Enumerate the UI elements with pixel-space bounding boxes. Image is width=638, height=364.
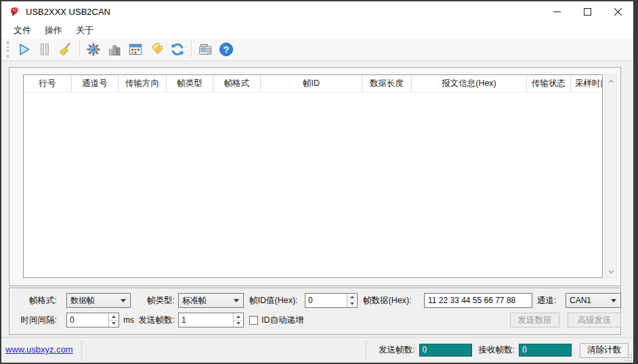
menu-operation[interactable]: 操作 bbox=[38, 22, 69, 39]
column-header-transfer-status[interactable]: 传输状态 bbox=[527, 75, 571, 92]
clear-broom-icon bbox=[58, 41, 74, 58]
column-header-sample-time[interactable]: 采样时间 bbox=[571, 75, 602, 92]
interval-unit: ms bbox=[123, 313, 134, 327]
menu-file[interactable]: 文件 bbox=[7, 22, 38, 39]
spin-up-button[interactable] bbox=[347, 294, 357, 300]
window-title: USB2XXX USB2CAN bbox=[26, 7, 110, 17]
help-icon: ? bbox=[218, 41, 234, 58]
app-window: USB2XXX USB2CAN 文件 操作 关于 bbox=[0, 0, 638, 364]
frame-type-select[interactable]: 标准帧 bbox=[178, 293, 244, 308]
frame-id-spinbox[interactable] bbox=[305, 293, 358, 308]
interval-spinbox[interactable] bbox=[66, 313, 119, 327]
frame-data-label: 帧数据(Hex): bbox=[363, 293, 421, 308]
spin-down-button[interactable] bbox=[234, 320, 243, 327]
send-count-spinbox[interactable] bbox=[178, 313, 244, 327]
id-auto-increment-label: ID自动递增 bbox=[261, 315, 304, 326]
column-header-frame-type[interactable]: 帧类型 bbox=[167, 75, 213, 92]
column-header-direction[interactable]: 传输方向 bbox=[119, 75, 167, 92]
title-bar: USB2XXX USB2CAN bbox=[1, 1, 633, 22]
minimize-button[interactable] bbox=[542, 1, 572, 22]
column-header-frame-id[interactable]: 帧ID bbox=[261, 75, 362, 92]
chevron-down-icon bbox=[234, 299, 239, 302]
frame-id-input[interactable] bbox=[305, 294, 347, 307]
clear-count-button[interactable]: 清除计数 bbox=[580, 343, 629, 358]
frame-id-label: 帧ID值(Hex): bbox=[249, 293, 305, 308]
received-frames-counter: 0 bbox=[519, 344, 572, 357]
frame-type-value: 标准帧 bbox=[179, 295, 234, 306]
spin-down-button[interactable] bbox=[347, 300, 357, 308]
send-control-panel: 帧格式: 数据帧 帧类型: 标准帧 帧ID值(Hex): 帧数据(Hex): 通… bbox=[9, 288, 621, 335]
refresh-button[interactable] bbox=[168, 40, 187, 59]
sent-frames-label: 发送帧数: bbox=[379, 344, 414, 356]
column-header-row-no[interactable]: 行号 bbox=[24, 75, 72, 92]
statusbar-separator bbox=[366, 340, 366, 361]
refresh-icon bbox=[169, 41, 186, 58]
clear-button[interactable] bbox=[56, 40, 75, 59]
menu-bar: 文件 操作 关于 bbox=[1, 22, 633, 39]
spin-up-button[interactable] bbox=[109, 313, 119, 320]
settings-gear-icon bbox=[85, 41, 102, 58]
triangle-up-icon bbox=[236, 315, 240, 318]
spin-down-button[interactable] bbox=[109, 320, 119, 327]
toolbar-separator bbox=[79, 41, 80, 58]
vertical-scrollbar[interactable] bbox=[605, 74, 617, 278]
frame-list-panel: 行号 通道号 传输方向 帧类型 帧格式 帧ID 数据长度 报文信息(Hex) 传… bbox=[9, 67, 621, 286]
settings-button[interactable] bbox=[84, 40, 103, 59]
triangle-up-icon bbox=[350, 296, 354, 298]
checkbox-box[interactable] bbox=[249, 316, 258, 325]
triangle-up-icon bbox=[112, 315, 116, 318]
filter-tags-button[interactable] bbox=[147, 40, 166, 59]
toolbar-gripper bbox=[7, 41, 9, 58]
column-header-message-hex[interactable]: 报文信息(Hex) bbox=[412, 75, 527, 92]
statistics-button[interactable] bbox=[105, 40, 124, 59]
chevron-up-icon bbox=[608, 79, 614, 83]
send-data-button[interactable]: 发送数据 bbox=[510, 313, 559, 327]
device-fax-icon bbox=[197, 41, 213, 58]
frame-data-input[interactable] bbox=[424, 293, 532, 308]
channel-label: 通道: bbox=[537, 293, 563, 308]
menu-about[interactable]: 关于 bbox=[69, 22, 100, 39]
column-header-data-length[interactable]: 数据长度 bbox=[362, 75, 412, 92]
advanced-send-button[interactable]: 高级发送 bbox=[568, 313, 621, 327]
chevron-down-icon bbox=[608, 270, 614, 274]
start-button[interactable] bbox=[14, 40, 33, 59]
frame-format-value: 数据帧 bbox=[67, 295, 121, 306]
chevron-down-icon bbox=[611, 299, 616, 302]
send-count-label: 发送帧数: bbox=[135, 313, 175, 327]
scroll-up-button[interactable] bbox=[605, 75, 616, 87]
sent-frames-counter: 0 bbox=[419, 344, 472, 357]
toolbar: ? bbox=[1, 39, 633, 61]
id-auto-increment-checkbox[interactable]: ID自动递增 bbox=[249, 313, 304, 327]
close-button[interactable] bbox=[603, 1, 633, 22]
column-header-channel[interactable]: 通道号 bbox=[72, 75, 119, 92]
table-header-row: 行号 通道号 传输方向 帧类型 帧格式 帧ID 数据长度 报文信息(Hex) 传… bbox=[24, 75, 602, 93]
channel-value: CAN1 bbox=[566, 296, 611, 305]
help-button[interactable]: ? bbox=[217, 40, 236, 59]
statusbar-separator bbox=[81, 340, 82, 361]
frame-format-label: 帧格式: bbox=[15, 293, 57, 308]
pause-icon bbox=[37, 41, 53, 58]
pause-button[interactable] bbox=[35, 40, 54, 59]
column-header-frame-format[interactable]: 帧格式 bbox=[213, 75, 261, 92]
frame-type-label: 帧类型: bbox=[137, 293, 175, 308]
send-count-input[interactable] bbox=[179, 313, 233, 327]
chevron-down-icon bbox=[121, 299, 126, 302]
filter-tags-icon bbox=[148, 41, 165, 58]
website-link[interactable]: www.usbxyz.com bbox=[5, 344, 73, 355]
channel-select[interactable]: CAN1 bbox=[566, 293, 621, 308]
frame-format-select[interactable]: 数据帧 bbox=[66, 293, 131, 308]
resize-grip[interactable] bbox=[624, 354, 633, 362]
scroll-down-button[interactable] bbox=[605, 266, 616, 277]
device-button[interactable] bbox=[196, 40, 215, 59]
maximize-button[interactable] bbox=[572, 1, 603, 22]
svg-text:?: ? bbox=[224, 45, 229, 55]
start-icon bbox=[16, 41, 32, 58]
received-frames-label: 接收帧数: bbox=[479, 344, 515, 356]
app-logo-icon bbox=[9, 6, 20, 17]
spin-up-button[interactable] bbox=[234, 313, 243, 320]
send-list-grid-icon bbox=[127, 41, 144, 58]
interval-label: 时间间隔: bbox=[12, 313, 57, 327]
interval-input[interactable] bbox=[67, 313, 108, 327]
send-list-button[interactable] bbox=[126, 40, 145, 59]
triangle-down-icon bbox=[236, 322, 240, 325]
